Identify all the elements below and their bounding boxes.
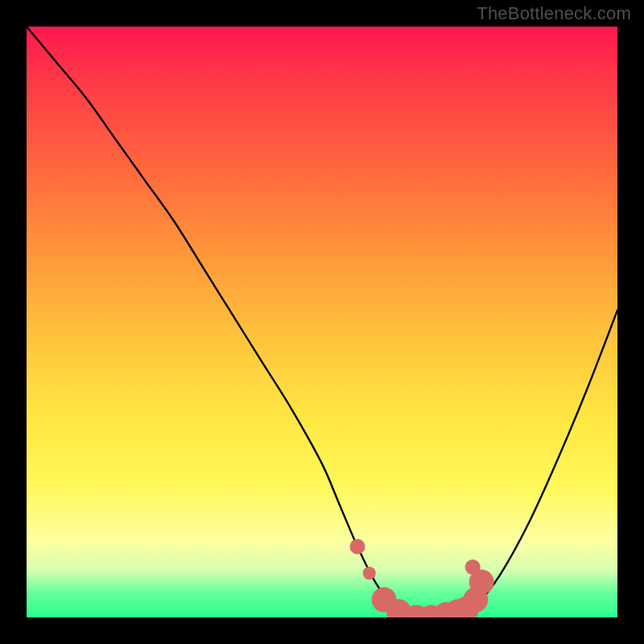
marker-layer [350, 539, 494, 617]
attribution-label: TheBottleneck.com [477, 3, 631, 24]
data-marker [350, 539, 365, 554]
data-marker [465, 559, 481, 575]
plot-area [27, 27, 617, 617]
chart-stage: TheBottleneck.com [0, 0, 644, 644]
chart-svg [27, 27, 617, 617]
bottleneck-curve [27, 27, 617, 617]
data-marker [363, 567, 376, 580]
